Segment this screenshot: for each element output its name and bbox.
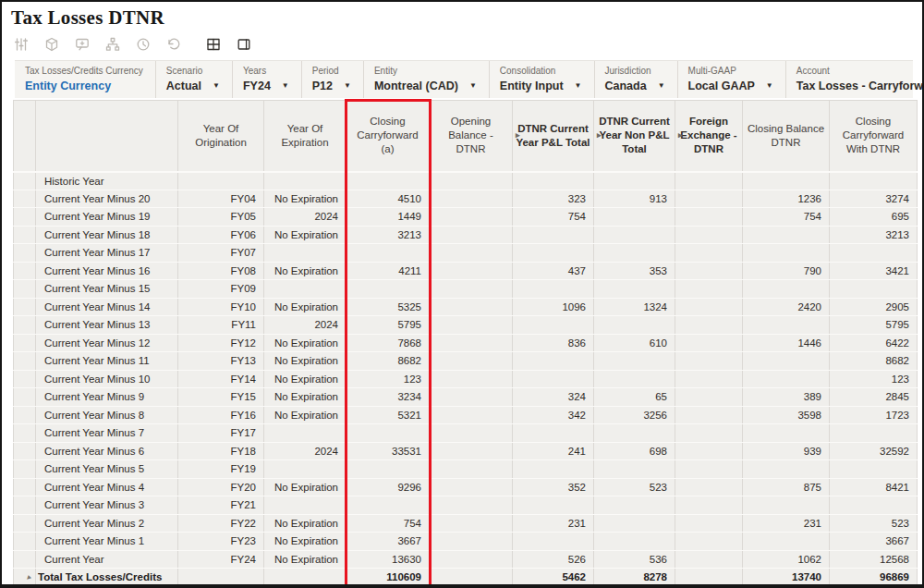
grid-cell[interactable] bbox=[743, 424, 830, 443]
grid-cell[interactable]: 8421 bbox=[830, 478, 918, 496]
grid-cell[interactable] bbox=[346, 280, 430, 299]
grid-cell[interactable] bbox=[675, 478, 743, 496]
grid-cell[interactable] bbox=[430, 190, 513, 208]
dropdown-caret-icon[interactable]: ▼ bbox=[575, 82, 582, 90]
grid-cell[interactable]: FY22 bbox=[178, 514, 264, 533]
grid-cell[interactable]: 1062 bbox=[743, 550, 830, 569]
grid-cell[interactable] bbox=[675, 190, 743, 208]
grid-cell[interactable] bbox=[743, 370, 830, 388]
grid-cell[interactable] bbox=[675, 298, 743, 316]
grid-cell[interactable] bbox=[430, 460, 513, 479]
grid-cell[interactable]: 1324 bbox=[594, 298, 675, 316]
grid-cell[interactable]: 836 bbox=[513, 334, 594, 352]
grid-cell[interactable]: FY17 bbox=[178, 424, 264, 443]
grid-cell[interactable] bbox=[675, 352, 743, 371]
grid-cell[interactable] bbox=[430, 442, 513, 460]
grid-cell[interactable]: 1446 bbox=[743, 334, 830, 352]
grid-cell[interactable] bbox=[830, 172, 918, 190]
grid-cell[interactable] bbox=[430, 172, 513, 190]
grid-cell[interactable]: 13630 bbox=[346, 550, 430, 569]
grid-cell[interactable]: 241 bbox=[513, 442, 594, 460]
grid-cell[interactable]: FY07 bbox=[178, 244, 264, 263]
grid-cell[interactable] bbox=[264, 496, 346, 515]
grid-cell[interactable] bbox=[830, 496, 918, 515]
grid-cell[interactable] bbox=[594, 316, 675, 335]
grid-cell[interactable] bbox=[675, 226, 743, 244]
grid-cell[interactable]: 4510 bbox=[346, 190, 430, 208]
grid-cell[interactable]: FY11 bbox=[178, 316, 264, 335]
grid-cell[interactable] bbox=[675, 244, 743, 263]
grid-cell[interactable]: 32592 bbox=[830, 442, 918, 460]
grid-cell[interactable]: 324 bbox=[513, 388, 594, 407]
grid-cell[interactable] bbox=[178, 569, 264, 587]
grid-cell[interactable] bbox=[675, 550, 743, 569]
grid-cell[interactable]: 913 bbox=[594, 190, 675, 208]
comment-add-icon[interactable] bbox=[74, 37, 91, 54]
grid-cell[interactable] bbox=[675, 262, 743, 280]
grid-cell[interactable]: 1096 bbox=[513, 298, 594, 316]
grid-cell[interactable]: No Expiration bbox=[264, 533, 346, 551]
grid-cell[interactable] bbox=[675, 388, 743, 407]
grid-cell[interactable]: FY14 bbox=[178, 370, 264, 388]
grid-cell[interactable] bbox=[743, 280, 830, 299]
dropdown-caret-icon[interactable]: ▼ bbox=[766, 82, 773, 90]
grid-cell[interactable]: FY19 bbox=[178, 460, 264, 479]
cube-icon[interactable] bbox=[43, 37, 60, 54]
grid-cell[interactable]: 523 bbox=[594, 478, 675, 496]
grid-cell[interactable]: FY24 bbox=[178, 550, 264, 569]
grid-cell[interactable]: 231 bbox=[743, 514, 830, 533]
expand-icon[interactable]: ▸ bbox=[597, 130, 602, 141]
grid-cell[interactable]: 123 bbox=[830, 370, 918, 388]
grid-cell[interactable]: No Expiration bbox=[264, 370, 346, 388]
grid-cell[interactable] bbox=[594, 533, 675, 551]
grid-cell[interactable] bbox=[430, 226, 513, 244]
grid-cell[interactable] bbox=[743, 496, 830, 515]
grid-cell[interactable]: No Expiration bbox=[264, 388, 346, 407]
grid-cell[interactable] bbox=[346, 496, 430, 515]
grid-cell[interactable] bbox=[430, 424, 513, 443]
grid-cell[interactable]: 3667 bbox=[830, 533, 918, 551]
grid-cell[interactable] bbox=[430, 280, 513, 299]
grid-cell[interactable] bbox=[513, 496, 594, 515]
grid-cell[interactable]: 123 bbox=[346, 370, 430, 388]
grid-cell[interactable] bbox=[743, 226, 830, 244]
grid-cell[interactable]: 2845 bbox=[830, 388, 918, 407]
org-chart-icon[interactable] bbox=[104, 37, 121, 54]
grid-cell[interactable] bbox=[346, 460, 430, 479]
grid-cell[interactable] bbox=[594, 280, 675, 299]
grid-cell[interactable]: FY18 bbox=[178, 442, 264, 460]
grid-cell[interactable] bbox=[430, 406, 513, 424]
grid-cell[interactable] bbox=[513, 280, 594, 299]
grid-cell[interactable] bbox=[594, 244, 675, 263]
grid-cell[interactable] bbox=[264, 244, 346, 263]
grid-cell[interactable] bbox=[430, 244, 513, 263]
grid-cell[interactable] bbox=[513, 316, 594, 335]
sliders-icon[interactable] bbox=[13, 37, 30, 54]
grid-cell[interactable] bbox=[430, 370, 513, 388]
grid-cell[interactable] bbox=[430, 478, 513, 496]
grid-cell[interactable] bbox=[346, 244, 430, 263]
pov-value-consolidation[interactable]: Entity Input▼ bbox=[500, 80, 582, 92]
grid-cell[interactable] bbox=[264, 569, 346, 587]
side-panel-icon[interactable] bbox=[236, 37, 252, 54]
grid-cell[interactable] bbox=[675, 442, 743, 460]
grid-cell[interactable] bbox=[675, 514, 743, 533]
grid-cell[interactable]: 3256 bbox=[594, 406, 675, 424]
grid-cell[interactable] bbox=[594, 208, 675, 227]
grid-cell[interactable]: 4211 bbox=[346, 262, 430, 280]
grid-cell[interactable] bbox=[675, 334, 743, 352]
grid-cell[interactable]: 2024 bbox=[264, 316, 346, 335]
grid-cell[interactable] bbox=[830, 244, 918, 263]
grid-cell[interactable] bbox=[264, 424, 346, 443]
grid-cell[interactable]: No Expiration bbox=[264, 478, 346, 496]
grid-cell[interactable]: 8682 bbox=[830, 352, 918, 371]
grid-cell[interactable] bbox=[594, 460, 675, 479]
grid-cell[interactable]: No Expiration bbox=[264, 262, 346, 280]
grid-cell[interactable]: 2905 bbox=[830, 298, 918, 316]
dropdown-caret-icon[interactable]: ▼ bbox=[344, 82, 351, 90]
grid-cell[interactable]: 1449 bbox=[346, 208, 430, 227]
grid-layout-icon[interactable] bbox=[205, 37, 222, 54]
grid-cell[interactable]: 13740 bbox=[743, 569, 830, 587]
grid-cell[interactable]: 353 bbox=[594, 262, 675, 280]
grid-cell[interactable] bbox=[675, 406, 743, 424]
